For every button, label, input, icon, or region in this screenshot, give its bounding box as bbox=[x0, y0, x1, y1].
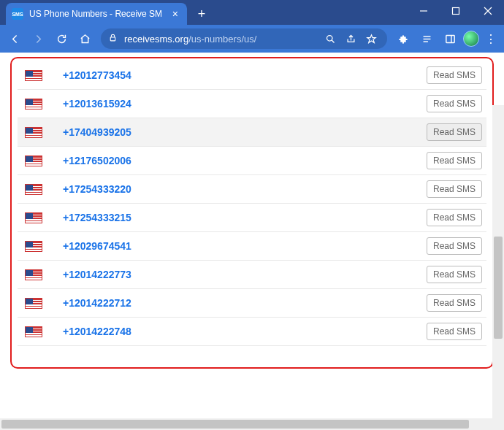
us-flag-icon bbox=[25, 326, 42, 337]
us-flag-icon bbox=[25, 298, 42, 309]
read-sms-button[interactable]: Read SMS bbox=[427, 180, 482, 198]
phone-list: +12012773454Read SMS+12013615924Read SMS… bbox=[18, 61, 486, 346]
new-tab-button[interactable]: + bbox=[191, 4, 212, 24]
read-sms-button[interactable]: Read SMS bbox=[427, 266, 482, 283]
read-sms-button[interactable]: Read SMS bbox=[427, 66, 482, 84]
us-flag-icon bbox=[25, 70, 42, 81]
close-button[interactable] bbox=[472, 0, 504, 22]
tab-favicon: SMS bbox=[12, 8, 23, 20]
us-flag-icon bbox=[25, 241, 42, 252]
us-flag-icon bbox=[25, 127, 42, 138]
phone-row: +17404939205Read SMS bbox=[18, 118, 486, 147]
extensions-icon[interactable] bbox=[393, 28, 413, 49]
share-icon[interactable] bbox=[342, 34, 359, 45]
read-sms-button[interactable]: Read SMS bbox=[427, 95, 482, 112]
phone-number-link[interactable]: +17254333215 bbox=[63, 212, 427, 223]
home-button[interactable] bbox=[75, 28, 95, 49]
us-flag-icon bbox=[25, 184, 42, 195]
svg-rect-10 bbox=[446, 35, 454, 42]
menu-button[interactable]: ⋮ bbox=[482, 32, 500, 46]
horizontal-scroll-thumb[interactable] bbox=[1, 420, 469, 429]
page-content: +12012773454Read SMS+12013615924Read SMS… bbox=[0, 53, 504, 430]
phone-number-link[interactable]: +17404939205 bbox=[63, 126, 427, 138]
bookmark-star-icon[interactable] bbox=[362, 34, 380, 45]
scroll-corner bbox=[492, 418, 504, 430]
phone-number-link[interactable]: +12176502006 bbox=[63, 155, 427, 166]
tab-title: US Phone Numbers - Receive SM bbox=[29, 9, 169, 19]
back-button[interactable] bbox=[4, 28, 25, 49]
us-flag-icon bbox=[25, 269, 42, 280]
read-sms-button[interactable]: Read SMS bbox=[427, 237, 482, 255]
svg-line-6 bbox=[332, 40, 334, 42]
side-panel-icon[interactable] bbox=[440, 28, 460, 49]
read-sms-button[interactable]: Read SMS bbox=[427, 323, 482, 340]
phone-number-link[interactable]: +12012773454 bbox=[63, 69, 427, 81]
phone-row: +12014222773Read SMS bbox=[18, 261, 486, 289]
us-flag-icon bbox=[25, 212, 42, 223]
profile-avatar[interactable] bbox=[463, 31, 479, 47]
address-bar[interactable]: receivesms.org/us-numbers/us/ bbox=[101, 28, 387, 49]
svg-rect-4 bbox=[110, 37, 115, 41]
phone-number-link[interactable]: +12014222712 bbox=[63, 297, 427, 309]
url-text: receivesms.org/us-numbers/us/ bbox=[124, 34, 316, 45]
horizontal-scrollbar[interactable] bbox=[0, 418, 492, 430]
read-sms-button[interactable]: Read SMS bbox=[427, 209, 482, 226]
lock-icon bbox=[108, 33, 118, 45]
phone-row: +17254333215Read SMS bbox=[18, 204, 486, 232]
read-sms-button[interactable]: Read SMS bbox=[427, 152, 482, 169]
vertical-scroll-thumb[interactable] bbox=[494, 237, 503, 339]
phone-number-link[interactable]: +12014222748 bbox=[63, 326, 427, 337]
phone-number-link[interactable]: +12014222773 bbox=[63, 269, 427, 280]
minimize-button[interactable] bbox=[408, 0, 440, 22]
us-flag-icon bbox=[25, 99, 42, 110]
phone-number-link[interactable]: +12029674541 bbox=[63, 240, 427, 252]
vertical-scrollbar[interactable] bbox=[492, 105, 504, 418]
read-sms-button[interactable]: Read SMS bbox=[427, 294, 482, 312]
phone-row: +12014222748Read SMS bbox=[18, 318, 486, 346]
phone-row: +12029674541Read SMS bbox=[18, 232, 486, 261]
toolbar: receivesms.org/us-numbers/us/ ⋮ bbox=[0, 25, 504, 53]
phone-row: +12013615924Read SMS bbox=[18, 90, 486, 118]
forward-button[interactable] bbox=[28, 28, 48, 49]
browser-window: SMS US Phone Numbers - Receive SM × + re… bbox=[0, 0, 504, 430]
phone-row: +12012773454Read SMS bbox=[18, 61, 486, 90]
phone-row: +12176502006Read SMS bbox=[18, 147, 486, 175]
phone-row: +17254333220Read SMS bbox=[18, 175, 486, 204]
titlebar: SMS US Phone Numbers - Receive SM × + bbox=[0, 0, 504, 25]
tab-close-icon[interactable]: × bbox=[169, 8, 181, 20]
phone-row: +12014222712Read SMS bbox=[18, 289, 486, 318]
browser-tab[interactable]: SMS US Phone Numbers - Receive SM × bbox=[6, 3, 187, 25]
svg-rect-1 bbox=[453, 8, 459, 15]
maximize-button[interactable] bbox=[440, 0, 472, 22]
us-flag-icon bbox=[25, 156, 42, 166]
reload-button[interactable] bbox=[51, 28, 72, 49]
phone-number-link[interactable]: +17254333220 bbox=[63, 183, 427, 195]
reading-list-icon[interactable] bbox=[416, 28, 437, 49]
svg-point-5 bbox=[327, 35, 332, 41]
zoom-icon[interactable] bbox=[321, 34, 339, 45]
read-sms-button[interactable]: Read SMS bbox=[427, 123, 482, 141]
phone-number-link[interactable]: +12013615924 bbox=[63, 98, 427, 110]
window-controls bbox=[408, 0, 504, 25]
